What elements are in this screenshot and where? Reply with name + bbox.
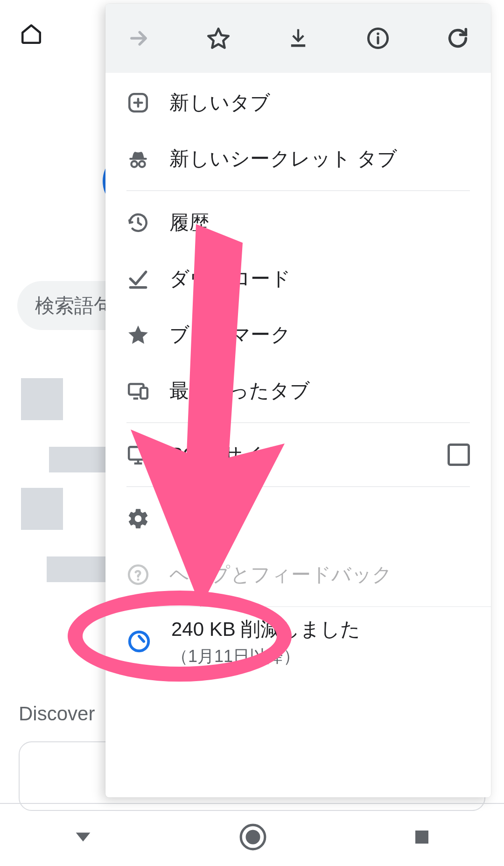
forward-button[interactable] [126,26,151,50]
reload-button[interactable] [446,26,470,50]
incognito-icon [126,147,150,170]
menu-item-new-tab[interactable]: 新しいタブ [105,75,491,131]
info-button[interactable] [366,26,390,50]
data-saver-icon [126,629,152,656]
help-icon [126,563,150,586]
discover-heading: Discover [19,703,95,725]
back-icon[interactable] [72,826,94,848]
menu-item-label: 設定 [169,506,209,532]
data-saver-text: 240 KB 削減しました （1月11日以降） [171,616,360,668]
shortcut-label [49,447,107,472]
menu-item-label: ブックマーク [169,322,291,348]
history-icon [126,211,150,234]
shortcut-tile[interactable] [21,488,63,530]
home-icon[interactable] [20,22,43,46]
star-button[interactable] [206,26,231,50]
desktop-icon [126,443,150,466]
svg-point-6 [377,32,379,35]
android-nav-bar [0,808,504,866]
data-saver-subtitle: （1月11日以降） [171,645,360,668]
data-saver-banner[interactable]: 240 KB 削減しました （1月11日以降） [105,606,491,679]
menu-item-label: PC 版サイト [169,442,284,468]
gear-icon [126,507,150,530]
svg-point-9 [131,161,137,167]
shortcut-tile[interactable] [21,378,63,420]
menu-item-label: 新しいシークレット タブ [169,146,398,172]
menu-item-settings[interactable]: 設定 [105,491,491,547]
plus-box-icon [126,91,150,114]
menu-item-label: ヘルプとフィードバック [169,562,392,588]
divider [126,486,470,487]
menu-item-label: 新しいタブ [169,90,271,116]
shortcut-label [47,556,107,582]
svg-rect-2 [415,831,428,844]
menu-item-incognito[interactable]: 新しいシークレット タブ [105,131,491,187]
desktop-checkbox[interactable] [448,444,470,466]
menu-item-recent-tabs[interactable]: 最近使ったタブ [105,363,491,419]
menu-toolbar [105,4,491,73]
menu-list: 新しいタブ 新しいシークレット タブ [105,73,491,679]
home-nav-icon[interactable] [238,823,267,852]
menu-item-desktop-site[interactable]: PC 版サイト [105,427,491,483]
separator [0,803,504,804]
menu-item-history[interactable]: 履歴 [105,195,491,251]
svg-point-15 [137,578,140,581]
svg-rect-12 [140,388,147,399]
search-placeholder: 検索語句 [35,293,113,319]
svg-rect-13 [129,447,147,459]
menu-item-label: ダウンロード [169,266,291,292]
divider [126,422,470,423]
svg-point-1 [247,831,259,843]
devices-icon [126,379,150,402]
svg-point-10 [139,161,145,167]
menu-item-label: 最近使ったタブ [169,378,310,404]
overflow-menu: 新しいタブ 新しいシークレット タブ [105,4,491,797]
download-done-icon [126,267,150,290]
download-button[interactable] [286,26,310,50]
svg-rect-8 [129,158,147,160]
menu-item-help[interactable]: ヘルプとフィードバック [105,547,491,603]
svg-point-16 [130,632,149,651]
menu-item-label: 履歴 [169,210,209,236]
svg-rect-3 [291,44,305,47]
divider [126,190,470,191]
recents-icon[interactable] [412,827,432,847]
star-filled-icon [126,323,150,346]
data-saver-title: 240 KB 削減しました [171,616,360,642]
menu-item-downloads[interactable]: ダウンロード [105,251,491,307]
menu-item-bookmarks[interactable]: ブックマーク [105,307,491,363]
